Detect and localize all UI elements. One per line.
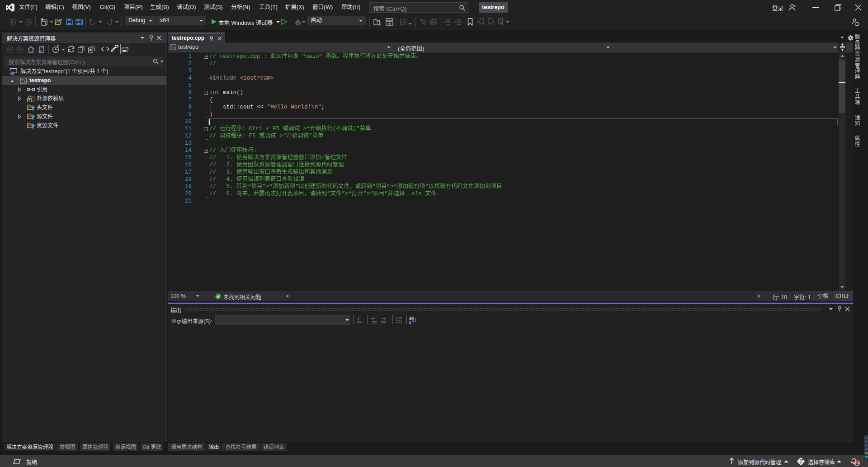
svg-text:c: c <box>409 320 411 324</box>
